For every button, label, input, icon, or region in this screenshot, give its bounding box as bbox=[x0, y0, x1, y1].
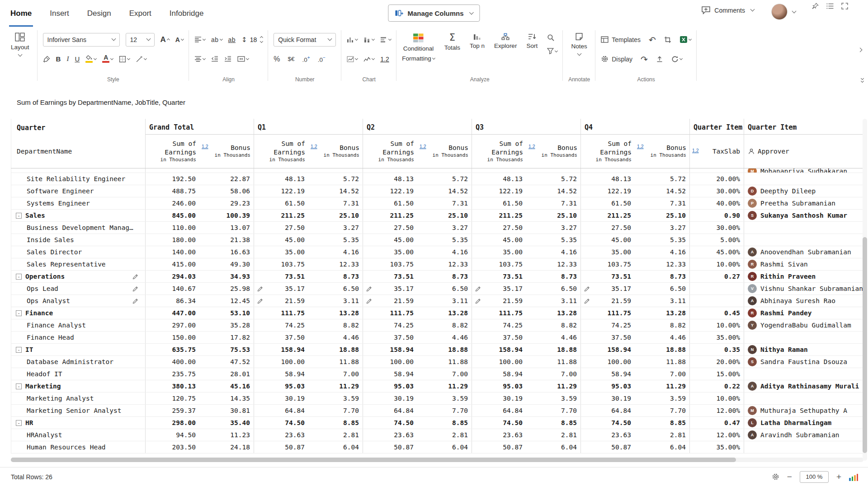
value-cell[interactable]: 30.19 bbox=[580, 393, 635, 404]
redo-button[interactable]: ↷ bbox=[641, 55, 648, 63]
value-cell[interactable]: 48.13 bbox=[254, 173, 308, 185]
value-cell[interactable]: 6.04 bbox=[417, 441, 472, 453]
taxslab-cell[interactable]: 5.00% bbox=[689, 234, 744, 246]
value-cell[interactable]: 246.00 bbox=[145, 197, 199, 209]
row-label-cell[interactable]: Finance Head bbox=[11, 332, 145, 343]
percent-format-button[interactable]: % bbox=[274, 55, 280, 63]
taxslab-cell[interactable]: 0.90 bbox=[689, 210, 744, 221]
value-cell[interactable]: 64.84 bbox=[580, 405, 635, 416]
value-cell[interactable]: 23.63 bbox=[472, 429, 526, 441]
borders-button[interactable] bbox=[119, 56, 130, 63]
approver-cell[interactable]: YYogendraBabu Gudimallam bbox=[744, 319, 863, 331]
value-cell[interactable]: 37.50 bbox=[580, 332, 635, 343]
approver-cell[interactable]: VVishnu Shankar Subramanian bbox=[744, 283, 863, 294]
value-cell[interactable]: 45.00 bbox=[254, 234, 308, 246]
value-cell[interactable]: 74.25 bbox=[472, 319, 526, 331]
value-cell[interactable]: 11.88 bbox=[308, 356, 363, 368]
value-cell[interactable]: 11.29 bbox=[417, 380, 472, 392]
value-cell[interactable]: 25.98 bbox=[199, 283, 254, 294]
value-cell[interactable]: 415.00 bbox=[145, 258, 199, 270]
row-label-cell[interactable]: Headof IT bbox=[11, 368, 145, 380]
value-cell[interactable]: 14.35 bbox=[199, 393, 254, 404]
quick-format-select[interactable]: Quick Format bbox=[274, 33, 336, 47]
value-cell[interactable]: 35.17 bbox=[363, 283, 417, 294]
value-cell[interactable]: 50.87 bbox=[254, 441, 308, 453]
value-cell[interactable]: 6.50 bbox=[526, 283, 580, 294]
value-cell[interactable]: 297.00 bbox=[145, 319, 199, 331]
value-cell[interactable]: 2.81 bbox=[635, 429, 689, 441]
edit-pencil-icon[interactable] bbox=[363, 286, 372, 292]
stepper-down-icon[interactable] bbox=[260, 40, 263, 43]
value-cell[interactable]: 94.50 bbox=[145, 429, 199, 441]
value-cell[interactable]: 27.50 bbox=[472, 222, 526, 234]
underline-button[interactable]: U bbox=[75, 55, 80, 63]
taxslab-cell[interactable]: 0.22 bbox=[689, 380, 744, 392]
column-group-header[interactable]: Q2 bbox=[363, 119, 472, 135]
value-cell[interactable]: 11.23 bbox=[199, 429, 254, 441]
collapse-toggle-icon[interactable]: - bbox=[16, 274, 22, 280]
share-button[interactable] bbox=[656, 56, 663, 63]
italic-button[interactable]: I bbox=[66, 55, 69, 63]
value-cell[interactable]: 30.19 bbox=[254, 393, 308, 404]
tab-design[interactable]: Design bbox=[86, 0, 113, 27]
outline-list-icon[interactable] bbox=[826, 3, 834, 9]
value-cell[interactable]: 100.39 bbox=[199, 210, 254, 221]
edit-pencil-icon[interactable] bbox=[472, 298, 481, 304]
value-cell[interactable]: 8.85 bbox=[308, 417, 363, 429]
value-cell[interactable]: 7.31 bbox=[526, 197, 580, 209]
value-cell[interactable]: 74.25 bbox=[254, 319, 308, 331]
column-group-header[interactable]: Grand Total bbox=[145, 119, 254, 135]
taxslab-cell[interactable]: 0.45 bbox=[689, 307, 744, 319]
value-cell[interactable]: 35.17 bbox=[472, 283, 526, 294]
value-cell[interactable]: 73.51 bbox=[472, 271, 526, 282]
value-cell[interactable]: 845.00 bbox=[145, 210, 199, 221]
taxslab-cell[interactable]: 10.00% bbox=[689, 258, 744, 270]
templates-button[interactable]: Templates bbox=[601, 36, 641, 43]
top-n-button[interactable]: Top n bbox=[470, 30, 485, 50]
edit-pencil-icon[interactable] bbox=[254, 298, 263, 304]
value-cell[interactable]: 4.16 bbox=[308, 246, 363, 258]
number-format-badge[interactable]: 1,2 bbox=[420, 144, 426, 150]
value-cell[interactable]: 17.82 bbox=[199, 332, 254, 343]
value-cell[interactable]: 4.46 bbox=[308, 332, 363, 343]
value-cell[interactable]: 61.50 bbox=[254, 197, 308, 209]
value-cell[interactable]: 23.63 bbox=[580, 429, 635, 441]
value-cell[interactable]: 103.75 bbox=[580, 258, 635, 270]
value-cell[interactable]: 18.88 bbox=[417, 344, 472, 355]
column-group-header[interactable]: Q1 bbox=[254, 119, 363, 135]
value-cell[interactable]: 5.35 bbox=[526, 234, 580, 246]
value-cell[interactable]: 14.52 bbox=[635, 185, 689, 197]
value-cell[interactable]: 25.10 bbox=[635, 210, 689, 221]
value-cell[interactable]: 16.63 bbox=[199, 246, 254, 258]
taxslab-cell[interactable]: 40.00% bbox=[689, 197, 744, 209]
row-label-cell[interactable]: Software Engineer bbox=[11, 185, 145, 197]
value-cell[interactable]: 4.46 bbox=[635, 332, 689, 343]
manage-columns-button[interactable]: Manage Columns bbox=[388, 5, 480, 22]
number-format-badge[interactable]: 1,2 bbox=[528, 144, 535, 150]
value-cell[interactable]: 8.82 bbox=[308, 319, 363, 331]
value-cell[interactable]: 95.03 bbox=[472, 380, 526, 392]
value-cell[interactable]: 48.13 bbox=[363, 173, 417, 185]
value-cell[interactable]: 2.81 bbox=[526, 429, 580, 441]
bonus-header[interactable]: 1,2Bonusin Thousands bbox=[308, 135, 363, 168]
value-cell[interactable]: 12.33 bbox=[635, 258, 689, 270]
bonus-header[interactable]: 1,2Bonusin Thousands bbox=[417, 135, 472, 168]
layout-button[interactable]: Layout bbox=[8, 30, 32, 56]
approver-header[interactable]: Approver bbox=[744, 135, 863, 168]
approver-cell[interactable]: LLatha Dharmalingam bbox=[744, 417, 863, 429]
value-cell[interactable]: 61.50 bbox=[472, 197, 526, 209]
value-cell[interactable]: 7.70 bbox=[308, 405, 363, 416]
vertical-align-button[interactable] bbox=[194, 56, 205, 62]
value-cell[interactable]: 50.87 bbox=[472, 441, 526, 453]
sum-of-earnings-header[interactable]: Sum ofEarningsin Thousands bbox=[580, 135, 635, 168]
value-cell[interactable]: 7.00 bbox=[308, 368, 363, 380]
wrap-text-button[interactable]: ab bbox=[211, 36, 222, 43]
value-cell[interactable]: 3.27 bbox=[417, 222, 472, 234]
value-cell[interactable]: 11.88 bbox=[417, 356, 472, 368]
value-cell[interactable]: 64.84 bbox=[472, 405, 526, 416]
taxslab-cell[interactable]: 45.00% bbox=[689, 246, 744, 258]
row-label-cell[interactable]: Database Administrator bbox=[11, 356, 145, 368]
row-label-cell[interactable]: -Marketing bbox=[11, 380, 145, 392]
value-cell[interactable]: 7.31 bbox=[417, 197, 472, 209]
value-cell[interactable]: 2.81 bbox=[417, 429, 472, 441]
